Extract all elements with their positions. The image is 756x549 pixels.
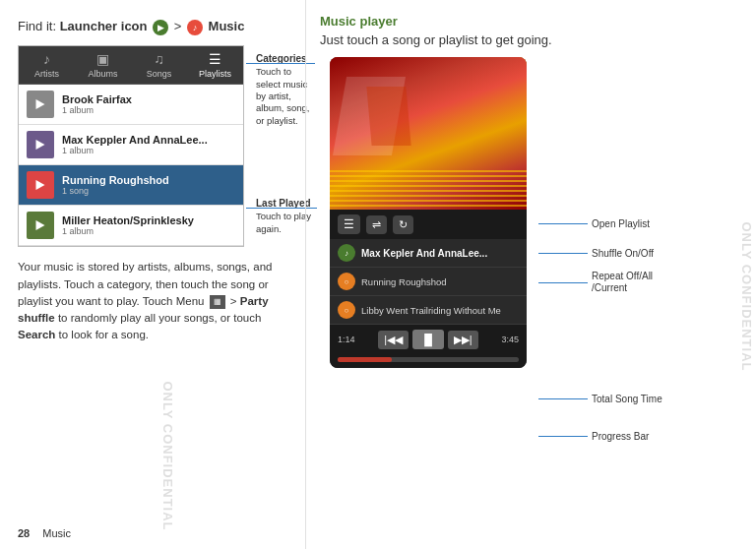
np-icon-0: ♪ [338,244,355,262]
repeat-button[interactable]: ↻ [393,215,413,234]
np-name-2: Libby Went Trailriding Without Me [361,305,501,316]
arrow: > [174,19,182,33]
shuffle-annotation: Shuffle On/Off [538,239,662,267]
next-button[interactable]: ▶▶| [448,331,478,349]
launcher-label: Launcher icon [60,19,148,33]
playback-controls[interactable]: 1:14 |◀◀ ▐▌ ▶▶| 3:45 [330,325,527,354]
song-name-3: Miller Heaton/Sprinklesky [62,214,194,226]
right-annotations: Open Playlist Shuffle On/Off Repeat Off/… [538,210,662,450]
song-sub-0: 1 album [62,105,132,115]
song-info-0: Brook Fairfax 1 album [62,93,132,115]
watermark-right: ONLY CONFIDENTIAL [739,221,754,371]
np-name-0: Max Kepler And AnnaLee... [361,248,487,259]
song-name-2: Running Roughshod [62,174,169,186]
right-column: Music player Just touch a song or playli… [305,0,756,549]
shuffle-button[interactable]: ⇌ [366,215,387,234]
body-text-part3: to look for a song. [59,329,149,340]
list-item[interactable]: Max Keppler And AnnaLee... 1 album [19,125,243,165]
song-sub-1: 1 album [62,146,208,155]
progress-bar-label: Progress Bar [592,431,649,442]
music-icon: ♪ [187,20,203,35]
find-it-header: Find it: Launcher icon ▶ > ♪ Music [18,18,291,35]
tab-artists[interactable]: ♪ Artists [19,46,75,84]
np-item-1[interactable]: ○ Running Roughshod [330,268,527,296]
np-item-2[interactable]: ○ Libby Went Trailriding Without Me [330,296,527,325]
tab-albums[interactable]: ▣ Albums [75,46,131,84]
albums-icon: ▣ [96,51,109,67]
playlists-icon: ☰ [209,51,221,67]
song-sub-3: 1 album [62,226,194,236]
shuffle-label: Shuffle On/Off [592,248,654,259]
np-icon-1: ○ [338,273,355,290]
play-icon-0 [36,99,45,109]
launcher-icon: ▶ [153,20,168,35]
thumb-1 [27,131,54,158]
pause-button[interactable]: ▐▌ [412,330,444,349]
music-app-box: ♪ Artists ▣ Albums ♫ Songs ☰ Playlists [18,45,244,247]
song-sub-2: 1 song [62,186,169,196]
menu-icon: ▦ [210,295,225,309]
np-icon-2: ○ [338,301,355,319]
tab-songs[interactable]: ♫ Songs [131,46,187,84]
search-label: Search [18,329,55,340]
left-column: Find it: Launcher icon ▶ > ♪ Music ♪ Art… [0,0,305,549]
tab-artists-label: Artists [34,69,59,79]
list-item[interactable]: Running Roughshod 1 song [19,165,243,206]
time-current: 1:14 [338,335,355,344]
artists-icon: ♪ [43,51,50,67]
player-controls-bar[interactable]: ☰ ⇌ ↻ [330,210,527,239]
music-label: Music [209,19,245,33]
album-art [330,57,527,210]
total-song-time-label: Total Song Time [592,394,662,404]
thumb-3 [27,212,54,239]
play-icon-3 [36,220,45,230]
now-playing-list: ♪ Max Kepler And AnnaLee... ○ Running Ro… [330,239,527,325]
playlist-button[interactable]: ☰ [338,214,360,234]
total-song-time-annotation: Total Song Time [538,385,662,412]
play-icon-2 [36,180,45,190]
category-tabs[interactable]: ♪ Artists ▣ Albums ♫ Songs ☰ Playlists [19,46,243,85]
section-title: Music player [320,14,738,29]
time-total: 3:45 [501,335,519,344]
album-art-stripes [330,170,527,210]
song-info-3: Miller Heaton/Sprinklesky 1 album [62,214,194,236]
song-name-1: Max Keppler And AnnaLee... [62,134,208,146]
play-icon-1 [36,140,45,150]
tab-albums-label: Albums [88,69,117,79]
open-playlist-annotation: Open Playlist [538,210,662,237]
find-it-label: Find it: [18,19,56,33]
progress-fill [338,357,392,362]
thumb-0 [27,91,54,118]
body-text: Your music is stored by artists, albums,… [18,259,291,343]
player-device: ☰ ⇌ ↻ ♪ Max Kepler And AnnaLee... ○ Runn… [330,57,527,368]
tab-songs-label: Songs [147,69,172,79]
np-name-1: Running Roughshod [361,276,447,287]
progress-bar-annotation: Progress Bar [538,422,662,450]
song-name-0: Brook Fairfax [62,93,132,105]
progress-track[interactable] [338,357,519,362]
tab-playlists[interactable]: ☰ Playlists [187,46,243,84]
list-item[interactable]: Brook Fairfax 1 album [19,85,243,125]
arrow-label: > [230,295,240,307]
watermark-left: ONLY CONFIDENTIAL [160,382,175,531]
progress-bar-container[interactable] [330,354,527,368]
repeat-label: Repeat Off/All/Current [592,271,653,294]
prev-button[interactable]: |◀◀ [378,331,409,349]
tab-playlists-label: Playlists [199,69,231,79]
list-item[interactable]: Miller Heaton/Sprinklesky 1 album [19,206,243,246]
repeat-annotation: Repeat Off/All/Current [538,269,662,296]
song-info-2: Running Roughshod 1 song [62,174,169,196]
body-text-part2: to randomly play all your songs, or touc… [58,312,261,324]
thumb-2 [27,171,54,199]
page-number: 28 Music [18,527,71,539]
np-item-0[interactable]: ♪ Max Kepler And AnnaLee... [330,239,527,268]
play-controls[interactable]: |◀◀ ▐▌ ▶▶| [378,330,477,349]
song-info-1: Max Keppler And AnnaLee... 1 album [62,134,208,155]
section-subtitle: Just touch a song or playlist to get goi… [320,32,738,47]
open-playlist-label: Open Playlist [592,218,650,229]
songs-icon: ♫ [154,51,164,67]
